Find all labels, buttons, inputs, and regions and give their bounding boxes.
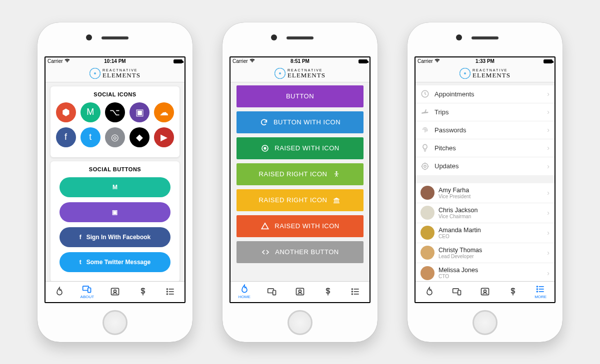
svg-point-26 <box>352 291 353 292</box>
bulb-icon <box>420 143 434 152</box>
button-label: RAISED WITH ICON <box>274 222 339 230</box>
button-label: BUTTON <box>286 92 314 100</box>
list-item[interactable]: Chris Jackson Vice Chairman › <box>416 203 554 223</box>
list-item[interactable]: Melissa Jones CTO › <box>416 263 554 281</box>
code-icon <box>261 248 270 257</box>
battery-icon <box>174 59 182 63</box>
react-logo-icon <box>460 68 470 79</box>
list-item-passwords[interactable]: Passwords › <box>416 121 554 139</box>
screen: Carrier 10:14 PM REACTNATIVE ELEMENTS SO… <box>44 56 186 303</box>
codepen-icon[interactable]: ◆ <box>130 127 150 147</box>
chevron-right-icon: › <box>547 189 550 197</box>
demo-button-1[interactable]: BUTTON WITH ICON <box>236 111 364 133</box>
phone-mockup-2: Carrier 8:51 PM REACTNATIVE ELEMENTS BUT… <box>222 22 378 342</box>
section-title: SOCIAL ICONS <box>54 91 176 97</box>
battery-icon <box>358 59 368 63</box>
access-icon <box>332 170 341 179</box>
tab-home[interactable]: HOME <box>230 282 258 302</box>
medium-button[interactable]: M <box>60 177 170 197</box>
twitch-icon[interactable]: ▣ <box>130 102 150 122</box>
svg-point-3 <box>114 290 116 293</box>
demo-button-2[interactable]: RAISED WITH ICON <box>236 137 364 159</box>
tab-more[interactable]: MORE <box>526 282 554 302</box>
twitch-button[interactable]: ▣ <box>60 202 170 222</box>
status-bar: Carrier 8:51 PM <box>230 57 370 65</box>
medium-icon[interactable]: M <box>80 102 100 122</box>
svg-rect-2 <box>111 288 118 295</box>
list-item[interactable]: Amy Farha Vice President › <box>416 183 554 203</box>
list-item-appointments[interactable]: Appointments › <box>416 85 554 103</box>
home-button-physical[interactable] <box>472 310 498 335</box>
home-button-physical[interactable] <box>288 310 312 335</box>
list-item-trips[interactable]: Trips › <box>416 103 554 121</box>
svg-point-34 <box>484 290 486 293</box>
svg-point-21 <box>298 290 301 293</box>
person-name: Amy Farha <box>438 187 470 194</box>
home-button-physical[interactable] <box>102 310 128 335</box>
chevron-right-icon: › <box>547 90 550 98</box>
button-icon: f <box>80 234 82 241</box>
tab-home[interactable] <box>416 282 444 302</box>
tab-contact[interactable] <box>101 282 129 302</box>
tab-pricing[interactable] <box>129 282 157 302</box>
demo-button-5[interactable]: RAISED WITH ICON <box>236 215 364 237</box>
tab-about[interactable] <box>258 282 286 302</box>
social-icons-card: SOCIAL ICONS ⬢M⌥▣☁ ft◎◆▶ <box>50 86 180 157</box>
tab-label: ABOUT <box>80 295 94 299</box>
people-list: Amy Farha Vice President › Chris Jackson… <box>416 183 554 281</box>
github-icon[interactable]: ⌥ <box>105 102 125 122</box>
svg-point-38 <box>537 286 538 287</box>
facebook-signin[interactable]: fSign In With Facebook <box>60 227 170 247</box>
list-item-label: Passwords <box>434 126 466 134</box>
person-name: Chris Jackson <box>438 207 478 214</box>
list-item[interactable]: Christy Thomas Lead Developer › <box>416 243 554 263</box>
list-item[interactable]: Amanda Martin CEO › <box>416 223 554 243</box>
carrier-label: Carrier <box>48 58 63 64</box>
soundcloud-icon[interactable]: ☁ <box>154 102 174 122</box>
demo-button-6[interactable]: ANOTHER BUTTON <box>236 241 364 263</box>
instagram-icon[interactable]: ◎ <box>105 127 125 147</box>
header-line2: ELEMENTS <box>102 72 140 78</box>
facebook-icon[interactable]: f <box>56 127 76 147</box>
list-item-updates[interactable]: Updates › <box>416 157 554 175</box>
demo-button-4[interactable]: RAISED RIGHT ICON <box>236 189 364 211</box>
content-area: Appointments › Trips › Passwords › Pitch… <box>416 82 554 281</box>
carrier-label: Carrier <box>418 58 433 64</box>
demo-button-3[interactable]: RAISED RIGHT ICON <box>236 163 364 185</box>
tab-pricing[interactable] <box>499 282 527 302</box>
status-time: 8:51 PM <box>278 58 322 64</box>
wifi-icon <box>250 58 255 64</box>
svg-rect-14 <box>336 200 336 202</box>
svg-point-7 <box>167 289 168 290</box>
button-label: RAISED RIGHT ICON <box>259 170 328 178</box>
person-role: Vice Chairman <box>438 214 478 219</box>
tab-about[interactable] <box>444 282 472 302</box>
refresh-icon <box>260 118 268 127</box>
twitter-message[interactable]: tSome Twitter Message <box>60 252 170 272</box>
tab-more[interactable] <box>342 282 370 302</box>
status-bar: Carrier 1:33 PM <box>416 57 554 65</box>
tab-pricing[interactable] <box>314 282 342 302</box>
tab-contact[interactable] <box>471 282 499 302</box>
list-item-label: Updates <box>434 162 458 170</box>
app-header: REACTNATIVE ELEMENTS <box>46 65 184 82</box>
tab-about[interactable]: ABOUT <box>74 282 102 302</box>
tab-more[interactable] <box>156 282 184 302</box>
list-item-pitches[interactable]: Pitches › <box>416 139 554 157</box>
tab-contact[interactable] <box>286 282 314 302</box>
button-label: Sign In With Facebook <box>86 234 151 241</box>
person-role: Lead Developer <box>438 254 482 259</box>
twitter-icon[interactable]: t <box>80 127 100 147</box>
svg-rect-1 <box>88 288 91 293</box>
avatar <box>420 226 434 240</box>
demo-button-0[interactable]: BUTTON <box>236 85 364 107</box>
youtube-icon[interactable]: ▶ <box>154 127 174 147</box>
tab-home[interactable] <box>46 282 74 302</box>
svg-point-27 <box>352 294 353 295</box>
svg-rect-15 <box>337 200 338 202</box>
settings-list: Appointments › Trips › Passwords › Pitch… <box>416 85 554 175</box>
content-area: BUTTONBUTTON WITH ICONRAISED WITH ICONRA… <box>230 82 370 281</box>
button-label: RAISED RIGHT ICON <box>259 196 328 204</box>
person-role: Vice President <box>438 194 470 199</box>
gitlab-icon[interactable]: ⬢ <box>56 102 76 122</box>
